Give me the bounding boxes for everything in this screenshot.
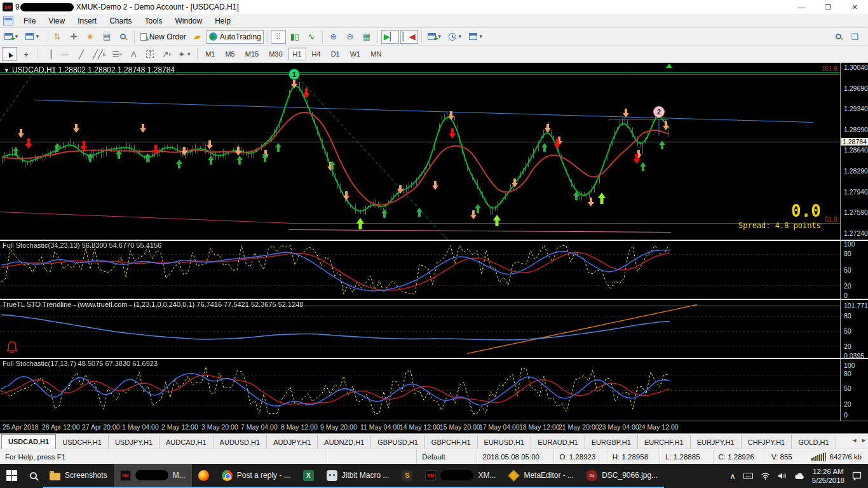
sequence-marker[interactable]: 2: [653, 106, 665, 118]
timeframe-button[interactable]: W1: [346, 48, 365, 60]
autotrading-button[interactable]: AutoTrading: [207, 30, 264, 44]
data-window-button[interactable]: ✛: [66, 30, 81, 44]
timeframe-button[interactable]: H4: [308, 48, 325, 60]
wifi-icon[interactable]: [761, 472, 770, 480]
terminal-button[interactable]: ▤: [99, 30, 114, 44]
templates-button[interactable]: ▼: [466, 30, 486, 44]
restore-button[interactable]: ❐: [815, 0, 841, 14]
chart-tab[interactable]: EURCHF,H1: [638, 435, 691, 449]
horizontal-line-button[interactable]: —: [57, 47, 72, 61]
start-button[interactable]: [0, 464, 24, 488]
volume-icon[interactable]: [778, 472, 787, 480]
strategy-tester-button[interactable]: [116, 30, 131, 44]
sequence-marker[interactable]: 1: [288, 69, 300, 80]
chart-tab[interactable]: EURAUD,H1: [531, 435, 585, 449]
chart-tab[interactable]: GBPUSD,H1: [371, 435, 425, 449]
taskbar-clock[interactable]: 12:26 AM 5/25/2018: [812, 467, 844, 485]
mql5-book-button[interactable]: ▰: [190, 30, 205, 44]
timeframe-button[interactable]: M5: [220, 48, 239, 60]
bar-chart-button[interactable]: ⫶⫶: [271, 30, 286, 44]
periods-button[interactable]: ▼: [446, 30, 465, 44]
chart-tab[interactable]: EURJPY,H1: [691, 435, 742, 449]
chart-tab[interactable]: EURGBP,H1: [585, 435, 638, 449]
pane-separator[interactable]: [0, 299, 868, 300]
tile-windows-button[interactable]: ▦: [359, 30, 374, 44]
taskbar-firefox-button[interactable]: [192, 464, 215, 488]
status-profile[interactable]: Default: [417, 449, 477, 464]
menu-item[interactable]: Tools: [139, 15, 169, 27]
arrows-tool-button[interactable]: ↗F: [159, 47, 174, 61]
indicators-button[interactable]: +▼: [425, 30, 445, 44]
menu-item[interactable]: View: [42, 15, 71, 27]
timeframe-button[interactable]: MN: [366, 48, 386, 60]
community-icon[interactable]: ❑: [847, 30, 862, 44]
taskbar-explorer-button[interactable]: Screenshots: [43, 464, 114, 488]
line-chart-button[interactable]: ∿: [304, 30, 319, 44]
taskbar-image-viewer-button[interactable]: 64 DSC_9066.jpg...: [580, 464, 664, 488]
fibonacci-button[interactable]: ☰F: [109, 47, 125, 61]
shapes-button[interactable]: ✦▼: [175, 47, 194, 61]
pane-separator[interactable]: [0, 240, 868, 241]
search-icon[interactable]: [831, 30, 846, 44]
chart-tab[interactable]: EURUSD,H1: [478, 435, 532, 449]
chart-tab[interactable]: USDCAD,H1: [1, 434, 56, 449]
minimize-button[interactable]: —: [788, 0, 815, 14]
taskbar-metaeditor-button[interactable]: MetaEditor - ...: [502, 464, 580, 488]
cursor-tool-button[interactable]: ▲: [2, 47, 17, 61]
vertical-line-button[interactable]: ▕: [41, 47, 56, 61]
new-chart-button[interactable]: +▼: [2, 30, 22, 44]
text-label-button[interactable]: T: [142, 47, 158, 61]
timeframe-button[interactable]: M1: [201, 48, 219, 60]
taskbar-xm2-button[interactable]: XM XM...: [419, 464, 502, 488]
channel-button[interactable]: ╱╱E: [90, 47, 108, 61]
taskbar-sublime-button[interactable]: S: [395, 464, 419, 488]
chart-tab[interactable]: AUDJPY,H1: [267, 435, 318, 449]
timeframe-button[interactable]: M30: [264, 48, 287, 60]
menu-item[interactable]: Insert: [71, 15, 103, 27]
crosshair-tool-button[interactable]: +: [18, 47, 34, 61]
menu-item[interactable]: File: [17, 15, 42, 27]
chart-tab[interactable]: GOLD,H1: [792, 435, 836, 449]
alert-bell-icon[interactable]: [5, 341, 19, 357]
taskbar-chrome-button[interactable]: Post a reply - ...: [215, 464, 297, 488]
menu-item[interactable]: Help: [208, 15, 237, 27]
profiles-button[interactable]: ▼: [23, 30, 43, 44]
auto-scroll-button[interactable]: ▶▏: [381, 30, 399, 44]
text-tool-button[interactable]: A: [126, 47, 141, 61]
timeframe-button[interactable]: M15: [241, 48, 263, 60]
menu-item[interactable]: Window: [169, 15, 209, 27]
taskbar-search-button[interactable]: [24, 464, 43, 488]
toolbar-separator: [267, 30, 268, 43]
chart-tab[interactable]: AUDCAD,H1: [159, 435, 214, 449]
menu-item[interactable]: Charts: [103, 15, 138, 27]
chart-tab[interactable]: AUDUSD,H1: [214, 435, 268, 449]
navigator-button[interactable]: ★: [83, 30, 98, 44]
timeframe-button[interactable]: D1: [327, 48, 344, 60]
pane-separator[interactable]: [0, 358, 868, 359]
candlestick-chart-button[interactable]: ▮▯: [287, 30, 302, 44]
zoom-in-button[interactable]: ⊕: [326, 30, 341, 44]
chart-tab[interactable]: GBPCHF,H1: [425, 435, 478, 449]
chart-tab[interactable]: USDJPY,H1: [109, 435, 159, 449]
chart-tab[interactable]: CHFJPY,H1: [742, 435, 792, 449]
taskbar-jitbit-button[interactable]: Jitbit Macro ...: [320, 464, 396, 488]
new-order-button[interactable]: + New Order: [138, 30, 189, 44]
touch-keyboard-icon[interactable]: [743, 473, 753, 479]
close-button[interactable]: ✕: [841, 0, 868, 14]
tray-chevron-icon[interactable]: ∧: [729, 471, 736, 481]
taskbar-excel-button[interactable]: X: [297, 464, 320, 488]
zoom-out-button[interactable]: ⊖: [342, 30, 358, 44]
chart-tab[interactable]: USDCHF,H1: [56, 435, 109, 449]
market-watch-button[interactable]: ⇅: [50, 30, 65, 44]
chart-shift-button[interactable]: ▏◀: [400, 30, 418, 44]
tab-scroll-right-icon[interactable]: ►: [861, 437, 867, 444]
chart-tab[interactable]: AUDNZD,H1: [318, 435, 371, 449]
collapse-triangle-icon[interactable]: ▼: [4, 67, 10, 74]
taskbar-xm-terminal-button[interactable]: XM M...: [114, 464, 192, 488]
onedrive-cloud-icon[interactable]: [794, 473, 804, 480]
time-axis[interactable]: 25 Apr 201826 Apr 12:0027 Apr 20:001 May…: [0, 421, 868, 433]
timeframe-button[interactable]: H1: [288, 48, 306, 60]
action-center-icon[interactable]: [852, 471, 862, 480]
trendline-button[interactable]: ╱: [74, 47, 89, 61]
tab-scroll-left-icon[interactable]: ◄: [851, 437, 857, 444]
